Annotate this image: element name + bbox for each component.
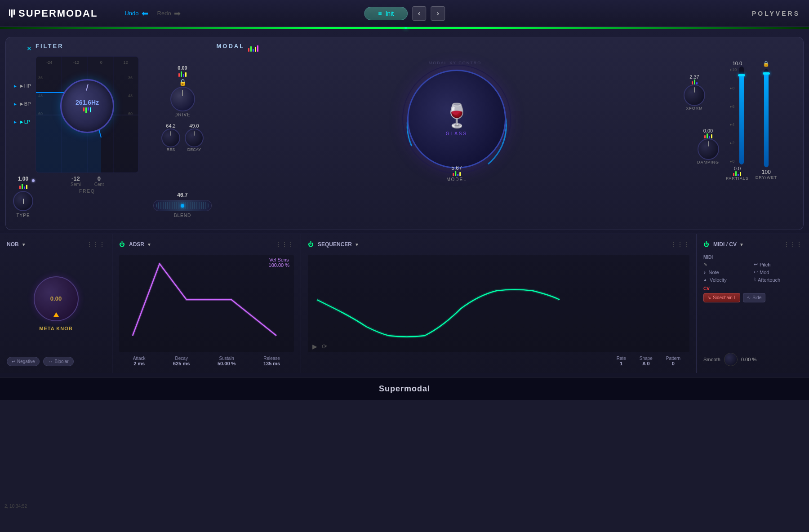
partials-label: PARTIALS [726,176,749,181]
partials-value: 0.0 [734,166,741,171]
timestamp: 2, 10:34:52 [4,504,27,509]
adsr-params: Attack 2 ms Decay 625 ms Sustain 50.00 %… [119,356,294,366]
blend-handle [181,204,184,208]
freq-value: 261.6Hz [76,99,99,106]
meta-dropdown-icon[interactable]: ▼ [22,242,26,247]
res-knob[interactable] [161,129,180,147]
model-label: MODEL [446,177,467,182]
midi-section-label: MIDI [703,255,802,260]
undo-button[interactable]: Undo ⬅ [124,9,148,18]
midi-dots-icon[interactable]: ⋮⋮⋮ [783,241,802,248]
cent-control[interactable]: 0 Cent [94,175,104,187]
type-knob[interactable] [13,191,33,211]
redo-button[interactable]: Redo ➡ [157,9,181,18]
svg-text:48: 48 [128,93,133,98]
partials-slider-track[interactable] [739,66,744,165]
adsr-power-icon[interactable]: ⏻ [119,241,124,248]
modal-knob[interactable]: 🍷 GLASS [407,70,506,168]
freq-knob-indicator [86,84,89,91]
drive-indicator [182,90,183,96]
bipolar-button[interactable]: ↔ Bipolar [43,357,73,366]
aftertouch-icon: ⌇ [754,277,756,283]
preset-area: ≡ Init ‹ › [364,6,445,21]
drive-label: DRIVE [174,112,191,117]
pitch-label: Pitch [760,262,770,267]
blend-slider[interactable] [153,200,212,211]
midi-power-icon[interactable]: ⏻ [703,241,709,248]
seq-pattern[interactable]: Pattern 0 [666,356,680,366]
preset-menu-button[interactable]: ≡ Init [364,7,408,20]
damping-bars [704,133,712,138]
decay-value: 49.0 [189,123,199,129]
modal-knob-container[interactable]: 🍷 GLASS 5.67 MODEL [407,70,506,168]
adsr-dots-icon[interactable]: ⋮⋮⋮ [275,241,294,248]
partials-slider-container: ▸10 ▸8 ▸6 ▸4 ▸2 ▸0 [730,66,744,165]
sustain-value: 50.00 % [218,361,236,366]
cv-buttons: ∿ Sidechain L ∿ Side [703,293,802,302]
negative-button[interactable]: ↩ Negative [7,357,40,366]
drywet-lock-icon: 🔒 [763,61,769,67]
adsr-dropdown-icon[interactable]: ▼ [147,242,151,247]
seq-shape[interactable]: Shape A 0 [640,356,653,366]
vel-sens-value: 100.00 % [269,262,289,268]
redo-label: Redo [157,10,171,17]
semi-control[interactable]: -12 Semi [71,175,81,187]
adsr-release[interactable]: Release 135 ms [263,356,280,366]
freq-knob[interactable]: 261.6Hz [60,79,114,133]
partials-control: 10.0 ▸10 ▸8 ▸6 ▸4 ▸2 ▸0 [726,61,749,181]
hp-label: ►HP [19,83,31,89]
model-bars [446,171,467,176]
midi-pitch-value[interactable]: ↩ Pitch [754,262,802,267]
midi-controls-grid: ∿ ↩ Pitch ♪ Note ↩ Mod ▲ Velocity [703,262,802,283]
preset-back-button[interactable]: ‹ [412,6,426,21]
damping-knob[interactable] [698,138,719,160]
seq-dropdown-icon[interactable]: ▼ [355,242,359,247]
drywet-handle [763,72,770,75]
drywet-slider-track[interactable] [764,69,769,168]
modal-bars-icon [248,45,258,52]
drive-knob[interactable] [170,87,195,111]
adsr-attack[interactable]: Attack 2 ms [133,356,146,366]
scale-4: ▸4 [730,122,737,127]
mod-label: Mod [760,270,769,275]
bp-filter-button[interactable]: ► ►BP [13,101,31,106]
adsr-panel-name: ⏻ ADSR ▼ [119,241,151,248]
meta-dots-icon[interactable]: ⋮⋮⋮ [86,241,105,248]
seq-loop-icon[interactable]: ⟳ [322,343,327,350]
midi-dropdown-icon[interactable]: ▼ [739,242,744,247]
sidechain-r-button[interactable]: ∿ Side [743,293,765,302]
sidechain-l-button[interactable]: ∿ Sidechain L [703,293,740,302]
seq-power-icon[interactable]: ⏻ [308,241,313,248]
smooth-value: 0.00 % [741,357,756,362]
type-bars [19,184,27,189]
seq-rate[interactable]: Rate 1 [617,356,626,366]
adsr-sustain[interactable]: Sustain 50.00 % [218,356,236,366]
adsr-decay[interactable]: Decay 625 ms [173,356,190,366]
meta-knob[interactable]: 0.00 [34,276,79,321]
attack-value: 2 ms [133,361,146,366]
midi-aftertouch-value[interactable]: ⌇ Aftertouch [754,277,802,283]
decay-knob[interactable] [185,129,204,147]
damping-control: 0.00 DAMPING [697,128,719,164]
meta-panel-header: NOB ▼ ⋮⋮⋮ [7,241,105,248]
damping-value: 0.00 [703,128,713,133]
sidechain-r-wave-icon: ∿ [747,295,751,300]
seq-dots-icon[interactable]: ⋮⋮⋮ [671,241,689,248]
seq-play-icon[interactable]: ▶ [312,343,317,350]
semi-value: -12 [71,175,81,182]
hp-filter-button[interactable]: ► ►HP [13,83,31,89]
drywet-control: 🔒 100 DRY/WET [756,61,777,180]
scale-neg12: -12 [73,60,79,65]
smooth-knob[interactable] [724,353,738,366]
xform-knob[interactable] [684,84,705,106]
model-area: 5.67 MODEL [446,165,467,182]
midi-note-row: ♪ Note [703,269,752,275]
lp-label: ►LP [19,119,30,124]
lp-filter-button[interactable]: ► ►LP [13,119,31,124]
adsr-panel-header: ⏻ ADSR ▼ ⋮⋮⋮ [119,241,294,248]
modal-area: MODAL XY CONTROL 🍷 [222,56,692,218]
midi-mod-value[interactable]: ↩ Mod [754,269,802,275]
filter-title: FILTER [36,43,64,49]
preset-forward-button[interactable]: › [431,6,445,21]
modal-icon-area: 🍷 GLASS [442,102,471,136]
